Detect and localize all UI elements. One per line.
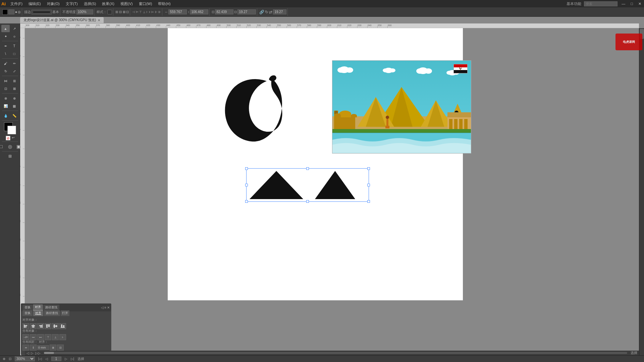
stroke-mode[interactable]: ◎	[6, 143, 14, 150]
menu-window[interactable]: 窗口(W)	[136, 1, 155, 7]
align-to-selection-btn[interactable]: ⊞	[50, 345, 56, 351]
link-icon[interactable]: 🔗	[259, 10, 264, 14]
align-left-btn[interactable]	[22, 323, 29, 329]
align-icons2: ⊣ ⊢ ⊤ ⊥ ⊦ ⊧ ⊨ ⊩ ⊪	[132, 10, 161, 14]
nav-next[interactable]: ▷▷	[35, 351, 41, 355]
doc-tab-close[interactable]: ✕	[98, 18, 100, 22]
graph-tools: 📊 ▦	[1, 102, 18, 110]
distrib-vcenter-btn[interactable]: ⊥	[52, 334, 59, 340]
zoom-select[interactable]: 300%	[15, 356, 35, 361]
opacity-input[interactable]: 100%	[76, 9, 93, 14]
align-right-btn[interactable]	[37, 323, 44, 329]
measure-tool[interactable]: 📏	[10, 112, 18, 119]
menu-file[interactable]: 文件(F)	[8, 1, 25, 7]
minimize-btn[interactable]: —	[620, 2, 627, 6]
type-tool[interactable]: T	[10, 42, 18, 50]
y-input[interactable]: 19.27	[237, 9, 256, 14]
svg-text:410: 410	[136, 24, 140, 26]
nav-icon4[interactable]: ▷|	[71, 357, 74, 361]
distrib-bottom-btn[interactable]: ⊦	[59, 334, 66, 340]
canvas-area[interactable]: 🦅	[25, 28, 639, 355]
spacing-value-input[interactable]	[37, 345, 49, 350]
artboard-input[interactable]	[51, 357, 61, 361]
subtab-transform[interactable]: 变换	[22, 310, 33, 316]
align-top-btn[interactable]	[45, 323, 51, 329]
x-input[interactable]: 82.439	[215, 9, 233, 14]
distribute-objects-section: 分布对象： ⊣⊢ ⊶ ⊷ ⊤ ⊥ ⊦	[22, 329, 66, 340]
bg-swatch[interactable]	[7, 126, 16, 134]
right-scrollbar[interactable]	[639, 28, 644, 355]
menu-select[interactable]: 选择(S)	[81, 1, 99, 7]
panel-options-btn[interactable]: ≡	[104, 306, 106, 309]
panel-expand-btn[interactable]: ◁	[101, 306, 104, 309]
line-tool[interactable]: \	[1, 50, 10, 57]
spacing-v-btn[interactable]: ⇕	[30, 345, 37, 351]
nav-icon2[interactable]: ◁	[45, 357, 48, 361]
gradient-mode[interactable]: ▣	[14, 143, 23, 150]
nav-prev[interactable]: ◁	[26, 351, 29, 355]
align-hcenter-btn[interactable]	[30, 323, 37, 329]
rotate-tool[interactable]: ↻	[1, 67, 10, 75]
panel-open-btn[interactable]: 打开	[61, 310, 69, 316]
nav-icon3[interactable]: ▷	[65, 357, 67, 361]
fill-mode[interactable]: □	[0, 143, 5, 150]
free-transform-tool[interactable]: ⊞	[10, 77, 18, 84]
menu-edit[interactable]: 编辑(E)	[26, 1, 44, 7]
distrib-left-btn[interactable]: ⊣⊢	[22, 334, 29, 340]
maximize-btn[interactable]: □	[629, 2, 634, 6]
warp-tool[interactable]: ⋈	[1, 77, 10, 84]
menu-object[interactable]: 对象(O)	[44, 1, 62, 7]
puppet-warp-tool[interactable]: ⊡	[1, 85, 10, 92]
paintbrush-tool[interactable]: 🖌	[1, 60, 10, 67]
distrib-top-btn[interactable]: ⊤	[45, 334, 51, 340]
menu-type[interactable]: 文字(T)	[63, 1, 80, 7]
shape-tool[interactable]: □	[10, 50, 18, 57]
stroke-weight-input[interactable]	[8, 9, 14, 14]
scale-tool[interactable]: ⤢	[10, 67, 18, 75]
svg-rect-269	[32, 326, 35, 327]
align-bottom-btn[interactable]	[59, 323, 66, 329]
distrib-right-btn[interactable]: ⊷	[37, 334, 44, 340]
spacing-h-btn[interactable]: ⇔	[22, 345, 29, 351]
stroke-preview[interactable]	[32, 10, 52, 14]
direct-select-tool[interactable]: ↗	[10, 25, 18, 32]
align-vcenter-btn[interactable]	[52, 323, 59, 329]
reflect-icon[interactable]: ⇄	[269, 10, 272, 14]
reset-colors[interactable]: ↩	[12, 136, 14, 140]
subtab-pathfinder[interactable]: 路径查找	[44, 310, 60, 316]
artboard-tool[interactable]: ⊞	[2, 153, 18, 160]
nav-play[interactable]: ▷	[31, 351, 34, 355]
none-swatch[interactable]: ⊘	[6, 136, 10, 140]
lasso-tool[interactable]: ⌾	[10, 33, 18, 40]
pen-tool[interactable]: ✒	[1, 42, 10, 50]
app-logo: Ai	[1, 1, 6, 6]
blend-tool[interactable]: ⊗	[1, 95, 10, 102]
symbol-tool[interactable]: ⊕	[10, 95, 18, 102]
doc-tab[interactable]: 龙虎logo设计提案.ai @ 300% (CMYK/GPU 预览) ✕	[20, 17, 104, 23]
height-input[interactable]: 106.462	[190, 9, 208, 14]
select-tool[interactable]: ▲	[1, 25, 10, 32]
panel-close-btn[interactable]: ✕	[107, 306, 110, 309]
menu-effect[interactable]: 效果(X)	[99, 1, 117, 7]
pencil-tool[interactable]: ✏	[10, 60, 18, 67]
bar-tool[interactable]: ▦	[10, 102, 18, 110]
width-input[interactable]: 559.767	[168, 9, 187, 14]
rotate-input[interactable]	[273, 9, 286, 14]
menu-view[interactable]: 视图(V)	[118, 1, 136, 7]
search-input[interactable]	[584, 1, 618, 6]
close-btn[interactable]: ✕	[637, 2, 643, 6]
graph-tool[interactable]: 📊	[1, 102, 10, 110]
eyedropper-tool[interactable]: 💧	[1, 112, 10, 119]
subtab-align[interactable]: 对齐	[33, 310, 43, 316]
style-selector[interactable]	[107, 10, 112, 14]
workspace-preset[interactable]: 基本功能	[567, 1, 581, 6]
nav-icon1[interactable]: |◁	[38, 357, 42, 361]
align-to-key-btn[interactable]: ⊡	[57, 345, 64, 351]
magic-wand-tool[interactable]: ✦	[1, 33, 10, 40]
distrib-hcenter-btn[interactable]: ⊶	[30, 334, 37, 340]
puppet-tools: ⊡ ⊠	[1, 85, 18, 92]
menu-help[interactable]: 帮助(H)	[155, 1, 173, 7]
stroke-color-swatch[interactable]	[2, 9, 8, 15]
rotate-icon[interactable]: ↻	[265, 10, 268, 14]
reshape-tool[interactable]: ⊠	[10, 85, 18, 92]
